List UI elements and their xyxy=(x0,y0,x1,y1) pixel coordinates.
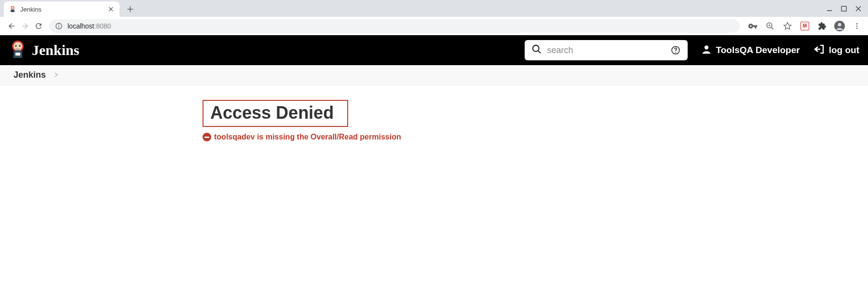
logout-icon xyxy=(814,43,825,57)
jenkins-header: Jenkins ToolsQA Developer log out xyxy=(0,35,868,65)
svg-point-16 xyxy=(19,45,21,47)
svg-point-5 xyxy=(58,24,59,25)
user-profile-link[interactable]: ToolsQA Developer xyxy=(701,44,800,57)
svg-point-20 xyxy=(675,52,676,53)
close-window-button[interactable] xyxy=(855,5,861,13)
maximize-button[interactable] xyxy=(841,5,847,13)
access-denied-highlight: Access Denied xyxy=(203,100,348,127)
header-right: ToolsQA Developer log out xyxy=(525,40,859,60)
window-controls xyxy=(827,5,868,17)
user-name-label: ToolsQA Developer xyxy=(716,45,800,55)
svg-point-9 xyxy=(838,23,841,26)
svg-point-11 xyxy=(856,25,858,27)
new-tab-button[interactable] xyxy=(123,2,137,16)
svg-point-15 xyxy=(15,45,17,47)
browser-toolbar: localhost:8080 M xyxy=(0,17,868,35)
svg-rect-2 xyxy=(11,10,14,12)
tab-title: Jenkins xyxy=(20,6,41,13)
browser-tab[interactable]: Jenkins xyxy=(4,1,120,17)
search-box xyxy=(525,40,688,60)
profile-avatar-icon[interactable] xyxy=(833,20,846,32)
jenkins-logo-icon xyxy=(9,40,27,61)
breadcrumb: Jenkins xyxy=(0,65,868,85)
jenkins-favicon xyxy=(9,5,16,13)
svg-point-1 xyxy=(12,7,14,9)
zoom-icon[interactable] xyxy=(764,20,776,32)
logout-link[interactable]: log out xyxy=(814,43,859,57)
browser-tab-bar: Jenkins xyxy=(0,0,868,17)
svg-point-21 xyxy=(705,45,708,49)
svg-rect-6 xyxy=(58,26,59,28)
address-port: :8080 xyxy=(94,22,111,30)
svg-point-18 xyxy=(533,45,539,52)
page-heading: Access Denied xyxy=(210,103,334,123)
minimize-button[interactable] xyxy=(827,5,832,13)
svg-point-10 xyxy=(856,23,858,25)
jenkins-logo-link[interactable]: Jenkins xyxy=(9,40,79,61)
breadcrumb-item-jenkins[interactable]: Jenkins xyxy=(14,70,46,80)
extensions-puzzle-icon[interactable] xyxy=(816,20,828,32)
search-input[interactable] xyxy=(547,45,670,55)
svg-rect-3 xyxy=(841,6,846,11)
info-icon[interactable] xyxy=(55,22,63,30)
jenkins-logo-text: Jenkins xyxy=(32,42,79,58)
no-entry-icon xyxy=(203,133,211,141)
svg-point-12 xyxy=(856,28,858,29)
person-icon xyxy=(701,44,712,57)
error-text: toolsqadev is missing the Overall/Read p… xyxy=(214,133,401,141)
chevron-right-icon xyxy=(54,72,58,79)
search-icon xyxy=(531,44,542,56)
address-host: localhost xyxy=(68,22,94,30)
svg-rect-17 xyxy=(15,53,20,55)
logout-label: log out xyxy=(829,45,859,55)
error-message: toolsqadev is missing the Overall/Read p… xyxy=(203,133,868,141)
address-bar[interactable]: localhost:8080 xyxy=(49,19,740,33)
help-icon[interactable] xyxy=(670,45,681,55)
password-key-icon[interactable] xyxy=(746,20,759,32)
close-tab-icon[interactable] xyxy=(107,5,115,13)
main-content: Access Denied toolsqadev is missing the … xyxy=(0,85,868,141)
bookmark-star-icon[interactable] xyxy=(781,20,794,32)
back-button[interactable] xyxy=(5,19,18,33)
mcafee-extension-icon[interactable]: M xyxy=(799,20,811,32)
reload-button[interactable] xyxy=(32,19,45,33)
toolbar-right: M xyxy=(744,20,863,32)
menu-dots-icon[interactable] xyxy=(851,20,863,32)
forward-button[interactable] xyxy=(18,19,32,33)
